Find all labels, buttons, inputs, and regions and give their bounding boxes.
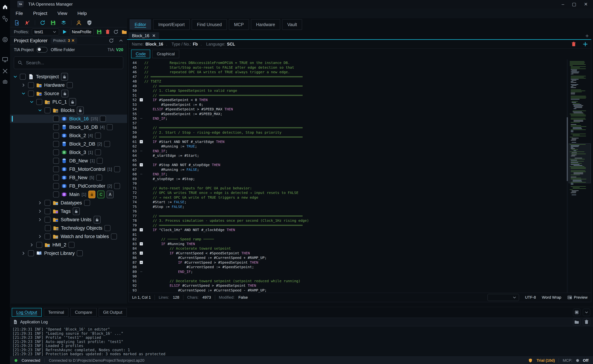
tree-item-plc-1[interactable]: PLC_1 — [10, 98, 127, 106]
tree-item-testproject[interactable]: Testproject — [10, 72, 127, 81]
tree-item-block-2[interactable]: Block_2[4] — [10, 131, 127, 140]
checkbox[interactable] — [105, 225, 110, 231]
tab-vault[interactable]: Vault — [282, 19, 302, 30]
code-line[interactable]: 57 — [129, 121, 567, 126]
code-line[interactable]: 92 ELSIF #CurrentSpeed > #SpeedSetpoint … — [129, 283, 567, 288]
code-line[interactable]: 63 END_IF; — [129, 149, 567, 153]
code-line[interactable]: 76 — [129, 209, 567, 214]
code-line[interactable]: 87− IF #CurrentSpeed > #SpeedSetpoint TH… — [129, 260, 567, 265]
checkbox[interactable] — [45, 217, 51, 223]
save-profile-icon[interactable] — [96, 29, 102, 35]
code-line[interactable]: 80− IF "Clock_1Hz" AND NOT #_clockEdge T… — [129, 228, 567, 232]
checkbox[interactable] — [53, 158, 59, 164]
reload-profiles-icon[interactable] — [113, 29, 119, 35]
tree-item-block-3[interactable]: Block_3[1] — [10, 148, 127, 156]
home-icon[interactable] — [2, 4, 8, 10]
code-line[interactable]: 45// Start/Stop auto-reset to FALSE afte… — [129, 65, 567, 70]
format-select[interactable] — [488, 294, 519, 301]
code-line[interactable]: 83− IF #Running THEN — [129, 241, 567, 246]
code-line[interactable]: 51 // ══════════════════════════════════… — [129, 93, 567, 98]
fold-toggle-icon[interactable]: − — [140, 140, 143, 143]
fold-toggle-icon[interactable]: − — [140, 163, 143, 166]
checkbox[interactable] — [28, 82, 34, 88]
add-block-icon[interactable] — [583, 41, 588, 47]
code-line[interactable]: 47// ═══════════════════════════════════… — [129, 74, 567, 79]
tree-item-fb-pidcontroller[interactable]: FB_PidController[2] — [10, 182, 127, 190]
checkbox[interactable] — [28, 250, 34, 256]
layers-icon[interactable] — [61, 20, 67, 26]
checkbox[interactable] — [95, 133, 101, 139]
refresh-icon[interactable] — [40, 20, 46, 26]
code-line[interactable]: 59 // 2. Start / Stop - rising-edge dete… — [129, 130, 567, 135]
apply-profile-button[interactable] — [62, 29, 67, 34]
menu-view[interactable]: View — [54, 10, 71, 17]
checkbox[interactable] — [53, 116, 59, 122]
delete-block-icon[interactable] — [571, 41, 576, 47]
fold-toggle-icon[interactable]: − — [140, 252, 143, 255]
code-line[interactable]: 62 #Running := TRUE; — [129, 144, 567, 149]
tab-editor[interactable]: Editor — [130, 19, 151, 30]
add-tab-button[interactable]: + — [585, 32, 589, 39]
clear-log-icon[interactable] — [583, 318, 590, 326]
checkbox[interactable] — [53, 133, 59, 139]
code-line[interactable]: 84 // Accelerate toward setpoint — [129, 246, 567, 251]
cursor-disabled-icon[interactable] — [24, 20, 30, 26]
checkbox[interactable] — [53, 191, 59, 197]
tree-item-software-units[interactable]: Software Units — [10, 215, 127, 224]
fold-toggle-icon[interactable]: − — [140, 98, 143, 101]
tree-item-hmi-2[interactable]: HMI_2 — [10, 241, 127, 249]
close-tab-icon[interactable]: ✕ — [152, 33, 156, 38]
checkbox[interactable] — [97, 158, 103, 164]
code-line[interactable]: 55 #SpeedSetpoint := #SPEED_MAX; — [129, 111, 567, 116]
menu-file[interactable]: File — [12, 10, 26, 17]
code-line[interactable]: 93 #CurrentSpeed := #CurrentSpeed - #RAM… — [129, 288, 567, 293]
code-line[interactable]: 77 // ══════════════════════════════════… — [129, 214, 567, 218]
tab-mcp[interactable]: MCP — [229, 19, 249, 30]
tree-item-fb-new[interactable]: FB_New[5] — [10, 173, 127, 182]
code-line[interactable]: 86 #CurrentSpeed := #CurrentSpeed + #RAM… — [129, 255, 567, 260]
tree-item-technology-objects[interactable]: Technology Objects — [10, 224, 127, 232]
tree-item-project-library[interactable]: Project Library — [10, 249, 127, 258]
tree-item-blocks[interactable]: Blocks — [10, 106, 127, 115]
word-wrap-toggle[interactable]: Word Wrap — [542, 295, 561, 300]
checkbox[interactable] — [36, 99, 42, 105]
code-line[interactable]: 71 // Auto-reset inputs for OPC UA pulse… — [129, 186, 567, 191]
fold-toggle-icon[interactable]: − — [140, 242, 143, 245]
tree-item-block-16-db[interactable]: Block_16_DB[4] — [10, 123, 127, 131]
checkbox[interactable] — [114, 166, 120, 172]
minimize-button[interactable]: – — [562, 2, 564, 7]
checkbox[interactable] — [95, 150, 101, 155]
checkbox[interactable] — [53, 166, 59, 172]
maximize-button[interactable]: ▢ — [572, 2, 576, 7]
user-icon[interactable] — [76, 20, 82, 26]
code-line[interactable]: 69 #_stopEdge := #Stop; — [129, 176, 567, 181]
checkbox[interactable] — [107, 124, 113, 130]
code-line[interactable]: 78 // 3. Process simulation - updates on… — [129, 218, 567, 223]
tab-hardware[interactable]: Hardware — [251, 19, 280, 30]
search-input[interactable] — [26, 60, 119, 66]
doc-tab-block16[interactable]: Block_16 ✕ — [128, 32, 159, 39]
robot-icon[interactable] — [2, 78, 8, 85]
checkbox[interactable] — [45, 225, 51, 231]
code-line[interactable]: 85− IF #CurrentSpeed < #SpeedSetpoint TH… — [129, 251, 567, 256]
checkbox[interactable] — [28, 91, 34, 97]
code-line[interactable]: 82 // ───── Speed ramp ───── — [129, 237, 567, 241]
checkbox[interactable] — [111, 234, 117, 240]
code-line[interactable]: 46// repeated OPC UA writes of TRUE alwa… — [129, 70, 567, 74]
preview-toggle[interactable]: Preview — [574, 295, 587, 300]
monitor-icon[interactable] — [2, 56, 8, 63]
checkbox[interactable] — [53, 150, 59, 155]
scrollbar-thumb[interactable] — [567, 117, 568, 181]
checkbox[interactable] — [77, 250, 83, 256]
checkbox[interactable] — [69, 242, 74, 248]
code-line[interactable]: 70 — [129, 181, 567, 186]
minimap[interactable] — [569, 59, 591, 293]
panel-tab-compare[interactable]: Compare — [71, 308, 97, 317]
code-line[interactable]: 61− IF #Start AND NOT #_startEdge THEN — [129, 139, 567, 144]
view-tab-graphical[interactable]: Graphical — [152, 50, 179, 58]
tab-find-unused[interactable]: Find Unused — [192, 19, 227, 30]
checkbox[interactable] — [45, 208, 51, 214]
checkbox[interactable] — [53, 183, 59, 189]
project-mode-toggle[interactable] — [37, 47, 47, 52]
checkbox[interactable] — [45, 234, 51, 240]
